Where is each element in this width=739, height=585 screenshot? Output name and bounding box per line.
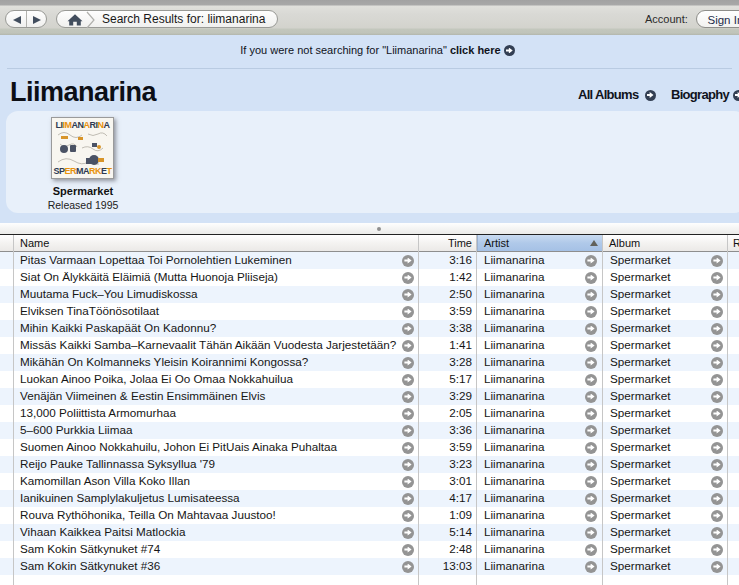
svg-text:LIIMANARINA: LIIMANARINA <box>56 120 111 130</box>
svg-text:SPERMARKET: SPERMARKET <box>53 166 112 176</box>
